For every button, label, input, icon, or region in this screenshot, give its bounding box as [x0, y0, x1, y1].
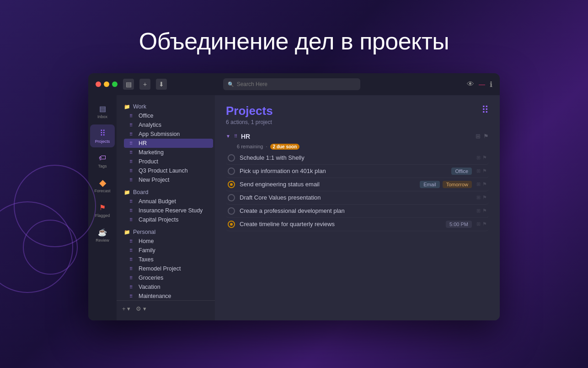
- task-3-grid-icon: ⊞: [476, 181, 481, 187]
- task-checkbox-4[interactable]: [228, 194, 235, 201]
- task-6-tag-time: 5:00 PM: [446, 221, 472, 228]
- flagged-icon: ⚑: [97, 202, 107, 212]
- add-item-button[interactable]: +: [139, 79, 150, 90]
- search-bar[interactable]: 🔍 Search Here: [223, 78, 360, 90]
- search-icon: 🔍: [228, 81, 234, 87]
- tree-item-analytics[interactable]: ⠿ Analytics: [124, 120, 213, 130]
- task-checkbox-1[interactable]: [228, 154, 235, 162]
- task-name-5: Create a professional development plan: [240, 207, 472, 214]
- info-icon[interactable]: ℹ: [490, 80, 492, 89]
- task-item-4[interactable]: Draft Core Values presentation ⊞ ⚑: [226, 191, 489, 205]
- task-4-grid-icon: ⊞: [476, 195, 481, 200]
- close-button[interactable]: [96, 81, 101, 87]
- minus-icon[interactable]: —: [479, 81, 485, 88]
- tree-item-annual-budget[interactable]: ⠿ Annual Budget: [124, 197, 213, 206]
- tree-item-taxes[interactable]: ⠿ Taxes: [124, 255, 213, 264]
- dots-icon-q3: ⠿: [129, 168, 136, 173]
- forecast-label: Forecast: [94, 189, 110, 193]
- tree-item-marketing[interactable]: ⠿ Marketing: [124, 148, 213, 157]
- tree-item-remodel[interactable]: ⠿ Remodel Project: [124, 264, 213, 273]
- tree-item-groceries-label: Groceries: [139, 275, 163, 281]
- task-item-5[interactable]: Create a professional development plan ⊞…: [226, 205, 489, 218]
- flagged-label: Flagged: [95, 214, 110, 218]
- task-1-flag-icon: ⚑: [482, 155, 487, 161]
- task-checkbox-3[interactable]: [228, 181, 235, 188]
- tree-item-home-label: Home: [139, 238, 154, 244]
- tree-item-product[interactable]: ⠿ Product: [124, 157, 213, 166]
- folder-icon-work: 📁: [124, 104, 130, 110]
- task-name-1: Schedule 1:1 with Shelly: [240, 154, 472, 161]
- task-item-3[interactable]: Send engineering status email Email Tomo…: [226, 178, 489, 191]
- task-item-2[interactable]: Pick up information on 401k plan Office …: [226, 165, 489, 178]
- tree-item-hr-label: HR: [139, 140, 147, 146]
- inbox-label: Inbox: [97, 115, 107, 119]
- add-project-button[interactable]: + ▾: [122, 305, 130, 312]
- sidebar-item-flagged[interactable]: ⚑ Flagged: [90, 199, 115, 222]
- tree-item-vacation-label: Vacation: [139, 284, 160, 290]
- tree-item-office[interactable]: ⠿ Office: [124, 111, 213, 120]
- dots-icon-analytics: ⠿: [129, 123, 136, 128]
- tree-item-family[interactable]: ⠿ Family: [124, 246, 213, 255]
- sidebar-item-inbox[interactable]: ▤ Inbox: [90, 100, 115, 123]
- tree-item-taxes-label: Taxes: [139, 256, 154, 263]
- tree-group-personal[interactable]: 📁 Personal: [118, 226, 213, 237]
- tree-item-home[interactable]: ⠿ Home: [124, 237, 213, 246]
- tree-item-hr[interactable]: ⠿ HR: [124, 139, 213, 148]
- hr-project-group: ▼ ⠿ HR ⊞ ⚑ 6 remaining · 2 due soon S: [226, 133, 489, 231]
- sidebar-item-projects[interactable]: ⠿ Projects: [90, 124, 115, 147]
- tree-item-insurance[interactable]: ⠿ Insurance Reserve Study: [124, 206, 213, 215]
- task-item-1[interactable]: Schedule 1:1 with Shelly ⊞ ⚑: [226, 152, 489, 165]
- dots-icon-app-submission: ⠿: [129, 132, 136, 137]
- task-4-flag-icon: ⚑: [482, 195, 487, 200]
- maximize-button[interactable]: [112, 81, 118, 87]
- task-item-6[interactable]: Create timeline for quarterly reviews 5:…: [226, 218, 489, 231]
- tree-item-capital-label: Capital Projects: [139, 216, 179, 223]
- view-icon[interactable]: 👁: [467, 80, 474, 88]
- remaining-count: 6 remaining: [237, 144, 263, 149]
- dots-icon-insurance: ⠿: [129, 208, 136, 213]
- deco-circle-medium: [14, 165, 96, 247]
- task-5-icons: ⊞ ⚑: [476, 208, 487, 214]
- sidebar-item-tags[interactable]: 🏷 Tags: [90, 149, 115, 172]
- group-flag-icon[interactable]: ⚑: [483, 133, 489, 140]
- group-expand-icon[interactable]: ⊞: [476, 133, 481, 140]
- tree-item-app-submission[interactable]: ⠿ App Submission: [124, 130, 213, 139]
- dots-icon-taxes: ⠿: [129, 257, 136, 262]
- tree-item-maintenance[interactable]: ⠿ Maintenance: [124, 292, 213, 301]
- tree-group-board[interactable]: 📁 Board: [118, 186, 213, 197]
- tree-item-vacation[interactable]: ⠿ Vacation: [124, 282, 213, 292]
- sidebar-toggle-button[interactable]: ▤: [123, 79, 134, 90]
- titlebar-right-actions: 👁 — ℹ: [467, 80, 492, 89]
- app-window: ▤ + ⬇ 🔍 Search Here 👁 — ℹ ▤ Inbox ⠿ P: [88, 73, 500, 320]
- tree-item-maintenance-label: Maintenance: [139, 293, 171, 299]
- task-checkbox-6[interactable]: [228, 221, 235, 228]
- task-name-3: Send engineering status email: [240, 181, 415, 188]
- dots-icon-vacation: ⠿: [129, 285, 136, 290]
- sidebar-item-forecast[interactable]: ◆ Forecast: [90, 174, 115, 197]
- dots-icon-groceries: ⠿: [129, 276, 136, 281]
- panel-options-button[interactable]: ⠿: [481, 104, 489, 116]
- review-label: Review: [96, 238, 109, 243]
- task-checkbox-2[interactable]: [228, 168, 235, 175]
- task-6-flag-icon: ⚑: [482, 221, 487, 227]
- tree-item-groceries[interactable]: ⠿ Groceries: [124, 273, 213, 282]
- search-placeholder: Search Here: [237, 81, 267, 87]
- tree-group-board-label: Board: [133, 189, 148, 195]
- tree-group-personal-label: Personal: [133, 229, 155, 235]
- task-3-tag-email: Email: [420, 181, 440, 188]
- task-checkbox-5[interactable]: [228, 207, 235, 215]
- tree-item-capital-projects[interactable]: ⠿ Capital Projects: [124, 215, 213, 224]
- panel-title-area: Projects 6 actions, 1 project: [226, 104, 273, 125]
- minimize-button[interactable]: [104, 81, 109, 87]
- sidebar-item-review[interactable]: ☕ Review: [90, 223, 115, 246]
- dots-icon-home: ⠿: [129, 239, 136, 244]
- task-5-grid-icon: ⊞: [476, 208, 481, 214]
- tree-group-work[interactable]: 📁 Work: [118, 101, 213, 111]
- group-chevron-icon[interactable]: ▼: [226, 134, 230, 139]
- tree-item-new-project[interactable]: ⠿ New Project: [124, 175, 213, 184]
- hr-group-meta: 6 remaining · 2 due soon: [237, 144, 489, 150]
- tree-item-q3-product-launch[interactable]: ⠿ Q3 Product Launch: [124, 166, 213, 175]
- share-button[interactable]: ⬇: [156, 79, 167, 90]
- settings-button[interactable]: ⚙ ▾: [136, 305, 146, 312]
- tree-item-q3-label: Q3 Product Launch: [139, 168, 188, 174]
